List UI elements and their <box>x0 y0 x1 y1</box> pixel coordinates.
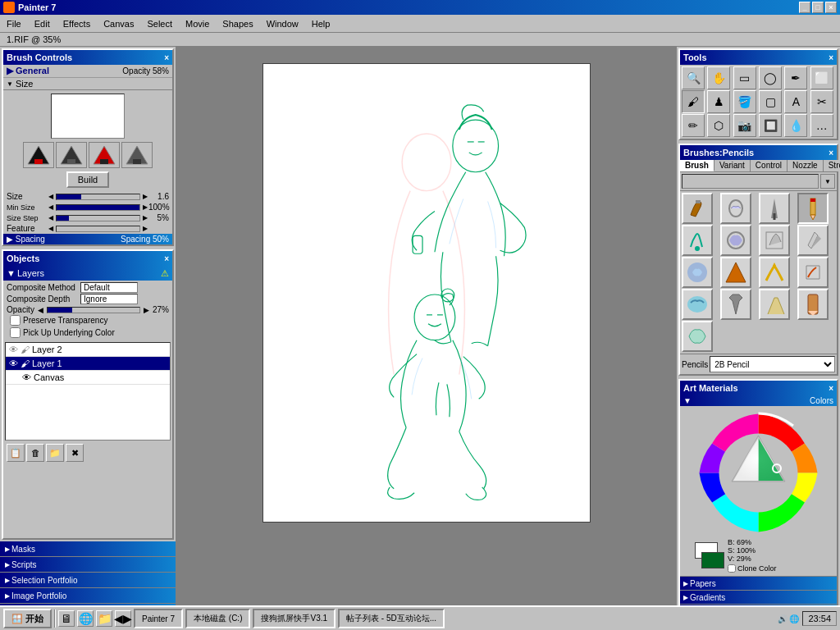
brush-item-pencil-active[interactable] <box>797 193 829 224</box>
tool-text[interactable]: A <box>784 90 807 113</box>
canvas-area[interactable] <box>176 47 676 619</box>
canvas-eye[interactable]: 👁 <box>22 372 31 382</box>
opacity-slider[interactable] <box>47 307 140 313</box>
tool-scissors[interactable]: ✂ <box>810 90 833 113</box>
menu-window[interactable]: Window <box>260 17 305 30</box>
masks-header[interactable]: ▶ Masks <box>0 541 176 556</box>
brush-shape-1[interactable] <box>23 142 54 168</box>
tool-hand[interactable]: ✋ <box>707 66 730 89</box>
tool-pencil[interactable]: ✏ <box>682 114 705 137</box>
preserve-transparency-checkbox[interactable] <box>10 315 21 326</box>
menu-help[interactable]: Help <box>305 17 337 30</box>
layer-delete-button[interactable]: 🗑 <box>26 444 44 462</box>
tool-clone[interactable]: 📷 <box>733 114 756 137</box>
size-slider-track[interactable] <box>56 194 140 200</box>
brush-shape-3[interactable] <box>89 142 120 168</box>
menu-canvas[interactable]: Canvas <box>97 17 140 30</box>
brush-item-10[interactable] <box>720 257 751 288</box>
brushes-tab-variant[interactable]: Variant <box>714 160 751 171</box>
pick-color-checkbox[interactable] <box>10 327 21 338</box>
tool-fill[interactable]: 🪣 <box>733 90 756 113</box>
minimize-button[interactable]: _ <box>799 2 810 13</box>
variant-select[interactable]: 2B Pencil <box>710 356 835 372</box>
layer-1-eye[interactable]: 👁 <box>9 358 18 368</box>
tool-crop[interactable]: ▭ <box>733 66 756 89</box>
tool-dropper[interactable]: 💧 <box>784 114 807 137</box>
clone-color-checkbox[interactable] <box>728 564 736 573</box>
composite-depth-value[interactable]: Ignore <box>80 294 138 304</box>
layer-trash-button[interactable]: ✖ <box>66 444 84 462</box>
art-materials-close[interactable]: × <box>829 384 833 393</box>
brush-item-9[interactable] <box>682 257 713 288</box>
color-wheel-container[interactable] <box>695 409 822 536</box>
menu-edit[interactable]: Edit <box>28 17 57 30</box>
tool-brush[interactable]: 🖌 <box>682 90 705 113</box>
brush-item-17[interactable] <box>682 321 713 352</box>
taskbar-painter[interactable]: Painter 7 <box>134 609 183 628</box>
tool-more[interactable]: … <box>810 114 833 137</box>
size-step-right-arrow[interactable]: ▶ <box>143 214 148 221</box>
menu-select[interactable]: Select <box>140 17 179 30</box>
brush-item-16[interactable] <box>797 289 829 320</box>
brush-active-arrow[interactable]: ▼ <box>820 174 835 189</box>
build-button[interactable]: Build <box>66 171 109 188</box>
menu-effects[interactable]: Effects <box>57 17 97 30</box>
brush-item-13[interactable] <box>682 289 713 320</box>
tool-zoom[interactable]: 🔍 <box>682 66 705 89</box>
brushes-close[interactable]: × <box>829 148 833 158</box>
tool-shape[interactable]: ⬡ <box>707 114 730 137</box>
layer-item-2[interactable]: 👁 🖌 Layer 2 <box>6 343 170 357</box>
size-step-left-arrow[interactable]: ◀ <box>48 214 53 221</box>
brush-shape-2[interactable] <box>56 142 87 168</box>
brush-controls-close[interactable]: × <box>164 53 169 62</box>
taskbar-snag[interactable]: 搜狗抓屏快手V3.1 <box>253 609 336 628</box>
title-bar-buttons[interactable]: _ □ × <box>799 2 837 13</box>
layer-item-1[interactable]: 👁 🖌 Layer 1 <box>6 357 170 371</box>
brush-item-12[interactable] <box>797 257 829 288</box>
brush-item-6[interactable] <box>720 225 751 256</box>
brushes-tab-brush[interactable]: Brush <box>680 160 714 171</box>
size-step-slider[interactable] <box>56 215 140 221</box>
brush-item-2[interactable] <box>720 193 751 224</box>
brushes-tab-nozzle[interactable]: Nozzle <box>788 160 824 171</box>
tool-dodge[interactable]: 🔲 <box>759 114 782 137</box>
background-color-swatch[interactable] <box>701 552 724 568</box>
brushes-tab-stroke[interactable]: Stroke <box>824 160 840 171</box>
layer-group-button[interactable]: 📁 <box>46 444 64 462</box>
tools-close[interactable]: × <box>829 53 833 62</box>
scripts-header[interactable]: ▶ Scripts <box>0 557 176 572</box>
size-left-arrow[interactable]: ◀ <box>48 193 53 200</box>
start-button[interactable]: 🪟 开始 <box>3 609 52 628</box>
brush-shape-4[interactable] <box>121 142 153 168</box>
brush-item-3[interactable] <box>759 193 790 224</box>
taskbar-arrow[interactable]: ◀▶ <box>115 610 131 627</box>
tool-select-rect[interactable]: ▢ <box>759 90 782 113</box>
menu-file[interactable]: File <box>0 17 28 30</box>
layer-2-eye[interactable]: 👁 <box>9 345 18 354</box>
papers-header[interactable]: ▶ Papers <box>680 577 837 590</box>
min-size-left-arrow[interactable]: ◀ <box>48 203 53 211</box>
menu-movie[interactable]: Movie <box>179 17 216 30</box>
image-portfolio-header[interactable]: ▶ Image Portfolio <box>0 588 176 603</box>
taskbar-browser[interactable]: 🌐 <box>77 610 94 627</box>
layer-item-canvas[interactable]: 👁 Canvas <box>6 371 170 385</box>
size-right-arrow[interactable]: ▶ <box>143 193 148 200</box>
maximize-button[interactable]: □ <box>812 2 824 13</box>
taskbar-show-desktop[interactable]: 🖥 <box>58 610 75 627</box>
objects-close[interactable]: × <box>164 254 169 263</box>
brush-item-15[interactable] <box>759 289 790 320</box>
menu-shapes[interactable]: Shapes <box>216 17 259 30</box>
brushes-tab-control[interactable]: Control <box>751 160 788 171</box>
taskbar-disk[interactable]: 本地磁盘 (C:) <box>185 609 250 628</box>
taskbar-forum[interactable]: 帖子列表 - 5D互动论坛... <box>338 609 445 628</box>
brush-item-8[interactable] <box>797 225 829 256</box>
feature-slider[interactable] <box>56 226 140 232</box>
min-size-slider[interactable] <box>56 204 140 211</box>
brush-item-1[interactable] <box>682 193 713 224</box>
layer-new-button[interactable]: 📋 <box>7 444 25 462</box>
tool-pen[interactable]: ✒ <box>784 66 807 89</box>
close-button[interactable]: × <box>825 2 837 13</box>
drawing-canvas[interactable] <box>262 63 591 523</box>
brush-item-7[interactable] <box>759 225 790 256</box>
gradients-header[interactable]: ▶ Gradients <box>680 591 837 604</box>
